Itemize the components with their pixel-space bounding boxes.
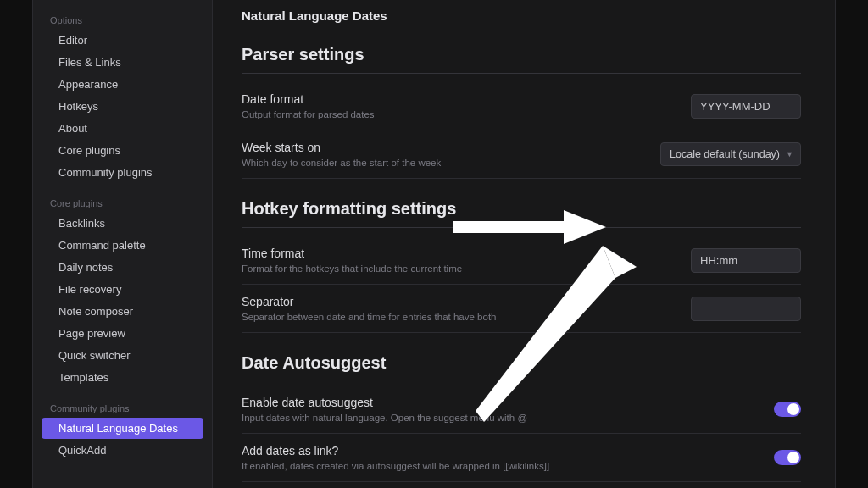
section-heading-date-autosuggest: Date Autosuggest xyxy=(242,353,801,373)
setting-text: Separator Separator between date and tim… xyxy=(242,295,674,322)
sidebar-item-quick-switcher[interactable]: Quick switcher xyxy=(42,345,203,366)
separator-input[interactable] xyxy=(691,297,801,321)
sidebar-item-about[interactable]: About xyxy=(42,118,203,139)
setting-row-trigger-phrase: Trigger phrase Character(s) that will ca… xyxy=(242,482,801,488)
sidebar-item-daily-notes[interactable]: Daily notes xyxy=(42,257,203,278)
setting-name: Enable date autosuggest xyxy=(242,396,757,409)
enable-autosuggest-toggle[interactable] xyxy=(774,402,801,417)
sidebar-section-label-core-plugins: Core plugins xyxy=(33,193,212,212)
setting-row-separator: Separator Separator between date and tim… xyxy=(242,285,801,333)
setting-text: Week starts on Which day to consider as … xyxy=(242,141,643,168)
sidebar-item-command-palette[interactable]: Command palette xyxy=(42,235,203,256)
setting-text: Date format Output format for parsed dat… xyxy=(242,92,674,119)
setting-row-enable-autosuggest: Enable date autosuggest Input dates with… xyxy=(242,385,801,434)
setting-desc: Input dates with natural language. Open … xyxy=(242,413,757,423)
sidebar-item-appearance[interactable]: Appearance xyxy=(42,74,203,95)
settings-sidebar: Options Editor Files & Links Appearance … xyxy=(33,0,213,488)
setting-row-week-starts-on: Week starts on Which day to consider as … xyxy=(242,130,801,179)
settings-main: Natural Language Dates Parser settings D… xyxy=(213,0,835,488)
sidebar-item-file-recovery[interactable]: File recovery xyxy=(42,279,203,300)
setting-name: Week starts on xyxy=(242,141,643,154)
setting-desc: Output format for parsed dates xyxy=(242,109,674,119)
page-title: Natural Language Dates xyxy=(242,8,801,23)
sidebar-item-backlinks[interactable]: Backlinks xyxy=(42,213,203,234)
sidebar-item-natural-language-dates[interactable]: Natural Language Dates xyxy=(42,418,203,439)
setting-row-add-dates-as-link: Add dates as link? If enabled, dates cre… xyxy=(242,434,801,482)
section-heading-parser-settings: Parser settings xyxy=(242,45,801,74)
sidebar-item-core-plugins[interactable]: Core plugins xyxy=(42,140,203,161)
setting-text: Enable date autosuggest Input dates with… xyxy=(242,396,757,423)
setting-row-date-format: Date format Output format for parsed dat… xyxy=(242,82,801,130)
setting-name: Separator xyxy=(242,295,674,308)
sidebar-item-page-preview[interactable]: Page preview xyxy=(42,323,203,344)
sidebar-item-quickadd[interactable]: QuickAdd xyxy=(42,440,203,461)
section-heading-hotkey-formatting: Hotkey formatting settings xyxy=(242,199,801,228)
setting-text: Time format Format for the hotkeys that … xyxy=(242,247,674,274)
chevron-down-icon: ▼ xyxy=(786,150,793,158)
week-starts-select[interactable]: Locale default (sunday) ▼ xyxy=(660,142,801,166)
date-format-input[interactable] xyxy=(691,94,801,119)
select-value: Locale default (sunday) xyxy=(670,148,780,160)
setting-desc: Format for the hotkeys that include the … xyxy=(242,263,674,274)
sidebar-item-files-links[interactable]: Files & Links xyxy=(42,52,203,73)
sidebar-item-editor[interactable]: Editor xyxy=(42,30,203,51)
setting-desc: If enabled, dates created via autosugges… xyxy=(242,461,757,471)
setting-name: Add dates as link? xyxy=(242,444,757,458)
setting-text: Add dates as link? If enabled, dates cre… xyxy=(242,444,757,471)
add-dates-link-toggle[interactable] xyxy=(774,450,801,465)
sidebar-item-community-plugins[interactable]: Community plugins xyxy=(42,162,203,183)
setting-name: Date format xyxy=(242,92,674,106)
sidebar-section-label-community-plugins: Community plugins xyxy=(33,398,212,417)
sidebar-item-templates[interactable]: Templates xyxy=(42,367,203,388)
sidebar-section-label-options: Options xyxy=(33,10,212,29)
sidebar-item-note-composer[interactable]: Note composer xyxy=(42,301,203,322)
setting-name: Time format xyxy=(242,247,674,260)
setting-desc: Which day to consider as the start of th… xyxy=(242,158,643,168)
sidebar-item-hotkeys[interactable]: Hotkeys xyxy=(42,96,203,117)
setting-row-time-format: Time format Format for the hotkeys that … xyxy=(242,236,801,285)
setting-desc: Separator between date and time for entr… xyxy=(242,312,674,322)
time-format-input[interactable] xyxy=(691,248,801,273)
